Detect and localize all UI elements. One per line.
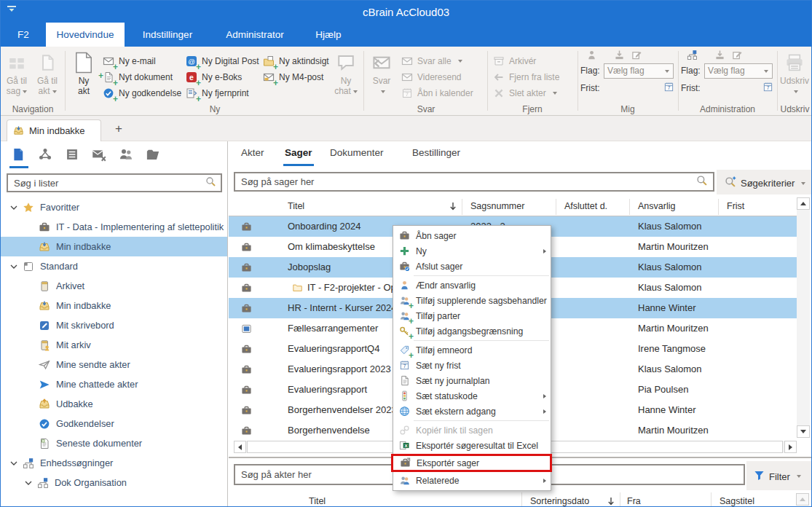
go-to-record-button[interactable]: Gå til akt — [33, 50, 62, 96]
menu-item-tilfoj-emneord[interactable]: Tilføj emneord — [393, 342, 551, 358]
case-search-input[interactable] — [235, 176, 696, 187]
column-header-sagstitel[interactable]: Sagstitel — [720, 496, 754, 506]
menu-item-saet-statuskode[interactable]: Sæt statuskode — [393, 388, 551, 404]
open-in-calendar-button[interactable]: Åbn i kalender — [401, 86, 473, 101]
menu-item-eksporter-sager[interactable]: Eksportér sager — [391, 454, 552, 472]
remove-from-list-button[interactable]: Fjern fra liste — [493, 70, 559, 84]
sidebar-search-input[interactable] — [8, 178, 205, 189]
tree-item-mit-arkiv[interactable]: Mit arkiv — [1, 335, 227, 355]
delete-records-button[interactable]: Slet akter — [493, 86, 557, 101]
list-tab-min-indbakke[interactable]: Min indbakke — [7, 119, 101, 141]
documents-view-icon[interactable] — [11, 147, 27, 163]
tab-administrator[interactable]: Administrator — [210, 23, 299, 47]
go-to-case-button[interactable]: Gå til sag — [2, 50, 31, 96]
reply-button[interactable]: Svar — [366, 50, 397, 96]
print-button[interactable]: Udskriv — [779, 50, 811, 96]
org-unit-icon — [687, 50, 698, 63]
chevron-down-icon[interactable] — [9, 461, 18, 465]
tab-bestillinger[interactable]: Bestillinger — [412, 147, 460, 158]
tree-item-mine-chattede-akter[interactable]: Mine chattede akter — [1, 374, 227, 394]
menu-item-aendr-ansvarlig[interactable]: Ændr ansvarlig — [393, 278, 551, 293]
sort-descending-icon[interactable] — [607, 497, 615, 507]
menu-item-tilfoj-adgangsbegraensning[interactable]: Tilføj adgangsbegrænsning — [393, 323, 551, 339]
tab-akter[interactable]: Akter — [241, 147, 264, 158]
deadline-calendar-icon[interactable] — [762, 82, 773, 95]
forward-button[interactable]: Videresend — [401, 70, 462, 84]
tab-hovedvindue[interactable]: Hovedvindue — [46, 23, 125, 47]
admin-flag-select[interactable]: Vælg flag — [704, 63, 773, 79]
menu-item-relaterede[interactable]: Relaterede — [393, 473, 551, 488]
sort-descending-icon[interactable] — [449, 202, 457, 213]
column-header-titel[interactable]: Titel — [309, 496, 326, 506]
menu-item-tilfoj-sagsbehandler[interactable]: Tilføj supplerende sagsbehandler — [393, 293, 551, 308]
scroll-down-button[interactable] — [797, 425, 810, 438]
tree-item-min-indbakke[interactable]: Min indbakke — [1, 237, 227, 256]
scroll-left-button[interactable] — [234, 441, 246, 453]
menu-item-saet-ny-frist[interactable]: Sæt ny frist — [393, 358, 551, 373]
tab-sager[interactable]: Sager — [285, 147, 312, 158]
chevron-down-icon[interactable] — [24, 481, 33, 485]
quick-access-icon[interactable] — [7, 5, 17, 12]
chevron-down-icon[interactable] — [9, 264, 18, 269]
filter-button[interactable]: Filter — [754, 470, 801, 483]
new-m4-post-button[interactable]: Ny M4-post — [263, 70, 323, 84]
new-document-button[interactable]: Nyt dokument — [103, 70, 173, 84]
new-email-button[interactable]: Ny e-mail — [103, 54, 156, 68]
archive-view-icon[interactable] — [65, 147, 81, 163]
tree-item-godkendelser[interactable]: Godkendelser — [1, 414, 227, 433]
new-tab-button[interactable]: + — [110, 122, 127, 136]
new-approval-button[interactable]: Ny godkendelse — [103, 86, 181, 101]
network-view-icon[interactable] — [38, 147, 54, 163]
traffic-light-icon — [399, 390, 410, 401]
new-digital-post-button[interactable]: Ny Digital Post — [186, 54, 259, 68]
reply-all-button[interactable]: Svar alle — [401, 54, 462, 68]
column-header-sagsnummer[interactable]: Sagsnummer — [470, 201, 524, 211]
menu-item-eksporter-til-excel[interactable]: Eksportér søgeresultat til Excel — [393, 438, 551, 453]
scroll-up-button[interactable] — [797, 197, 810, 210]
mail-view-icon[interactable] — [92, 147, 108, 163]
record-scroll-up-button[interactable] — [796, 493, 809, 506]
new-eboks-button[interactable]: Ny e-Boks — [186, 70, 242, 84]
tree-item-dok-organisation[interactable]: Dok Organisation — [1, 473, 227, 492]
tree-item-favoritter[interactable]: Favoritter — [1, 197, 227, 217]
tree-item-arkivet[interactable]: Arkivet — [1, 276, 227, 296]
new-file-access-button[interactable]: Ny aktindsigt — [263, 54, 329, 68]
tree-item-it-data[interactable]: IT - Data - Implementering af slettepoli… — [1, 217, 227, 237]
tab-f2[interactable]: F2 — [1, 23, 46, 47]
column-header-titel[interactable]: Titel — [288, 201, 304, 211]
new-chat-button[interactable]: Ny chat — [330, 50, 362, 96]
tab-indstillinger[interactable]: Indstillinger — [125, 23, 210, 47]
new-record-button[interactable]: Ny akt — [68, 50, 100, 96]
column-header-afsluttet[interactable]: Afsluttet d. — [564, 201, 607, 211]
menu-item-ny[interactable]: Ny — [393, 243, 551, 259]
menu-item-kopier-link[interactable]: Kopiér link til sagen — [393, 422, 551, 438]
menu-item-aabn-sager[interactable]: Åbn sager — [393, 228, 551, 243]
tab-dokumenter[interactable]: Dokumenter — [330, 147, 384, 158]
tree-item-standard[interactable]: Standard — [1, 256, 227, 276]
folders-view-icon[interactable] — [146, 147, 162, 163]
new-remote-print-button[interactable]: Ny fjernprint — [186, 86, 249, 101]
column-header-ansvarlig[interactable]: Ansvarlig — [638, 201, 675, 211]
tree-item-mit-skrivebord[interactable]: Mit skrivebord — [1, 315, 227, 335]
chevron-down-icon[interactable] — [9, 205, 18, 210]
menu-item-saet-ny-journalplan[interactable]: Sæt ny journalplan — [393, 373, 551, 388]
tab-hjaelp[interactable]: Hjælp — [299, 23, 358, 47]
vertical-scrollbar[interactable] — [797, 197, 810, 438]
flag-select[interactable]: Vælg flag — [604, 63, 674, 79]
menu-item-tilfoj-parter[interactable]: Tilføj parter — [393, 308, 551, 323]
column-header-sorteringsdato[interactable]: Sorteringsdato — [530, 496, 589, 506]
archive-button[interactable]: Arkivér — [493, 54, 536, 68]
menu-item-afslut-sager[interactable]: Afslut sager — [393, 259, 551, 274]
tree-item-enhedssogninger[interactable]: Enhedssøgninger — [1, 453, 227, 473]
column-header-frist[interactable]: Frist — [727, 201, 744, 211]
scroll-right-button[interactable] — [784, 441, 797, 453]
menu-item-saet-ekstern-adgang[interactable]: Sæt ekstern adgang — [393, 404, 551, 419]
tree-item-min-indbakke-2[interactable]: Min indbakke — [1, 296, 227, 315]
contacts-view-icon[interactable] — [119, 147, 135, 163]
tree-item-mine-sendte-akter[interactable]: Mine sendte akter — [1, 355, 227, 374]
tree-item-udbakke[interactable]: Udbakke — [1, 394, 227, 414]
search-criteria-button[interactable]: Søgekriterier — [725, 176, 805, 190]
tree-item-seneste-dokumenter[interactable]: Seneste dokumenter — [1, 433, 227, 453]
deadline-calendar-icon[interactable] — [663, 82, 674, 95]
column-header-fra[interactable]: Fra — [627, 496, 641, 506]
